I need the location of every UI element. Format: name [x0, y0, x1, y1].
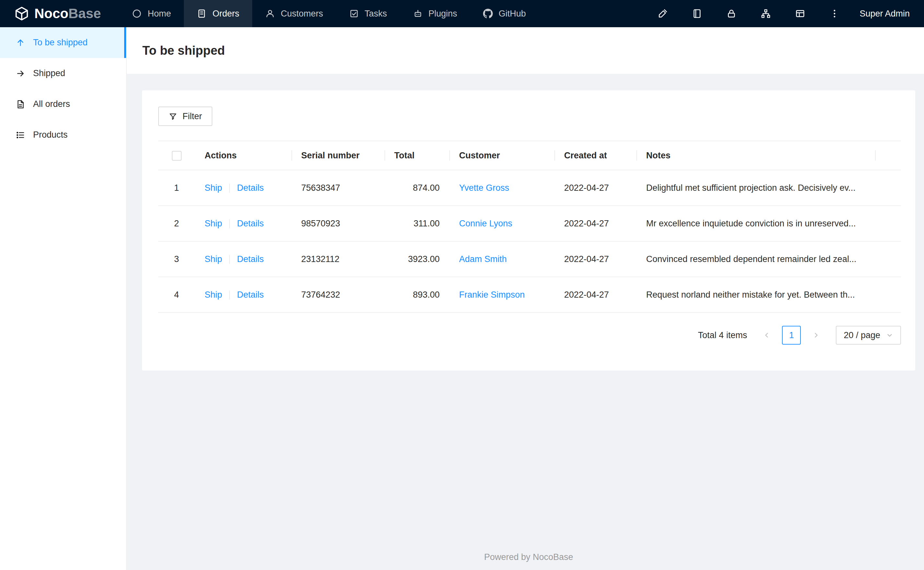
- docs-button[interactable]: [688, 4, 706, 23]
- nav-item-label: Home: [148, 9, 171, 19]
- next-page-button[interactable]: [807, 326, 826, 345]
- action-divider: [229, 291, 230, 300]
- content-area: Filter Actions Serial number Total: [127, 74, 924, 570]
- main-area: To be shipped Filter: [127, 27, 924, 570]
- sidebar-item-all-orders[interactable]: All orders: [0, 89, 126, 120]
- brand-name: NocoBase: [34, 6, 101, 21]
- nav-item-tasks[interactable]: Tasks: [336, 0, 400, 27]
- customer-link[interactable]: Frankie Simpson: [459, 290, 525, 300]
- github-icon: [483, 9, 493, 18]
- row-actions: ShipDetails: [195, 241, 292, 277]
- highlighter-icon: [658, 8, 668, 19]
- total-cell: 874.00: [384, 170, 449, 206]
- list-icon: [15, 130, 25, 140]
- pagination-total: Total 4 items: [698, 330, 747, 340]
- page-header: To be shipped: [127, 27, 924, 74]
- filter-button[interactable]: Filter: [158, 107, 212, 126]
- plugins-icon: [413, 9, 423, 18]
- column-header-total: Total: [384, 141, 449, 170]
- chevron-down-icon: [886, 332, 893, 339]
- nocobase-logo-icon: [14, 6, 29, 21]
- collaboration-icon: [761, 8, 771, 19]
- nav-item-label: Customers: [281, 9, 323, 19]
- page-1-button[interactable]: 1: [782, 326, 801, 345]
- powered-by-footer: Powered by NocoBase: [142, 542, 915, 570]
- arrow-right-icon: [15, 69, 25, 78]
- total-cell: 311.00: [384, 206, 449, 241]
- select-all-checkbox[interactable]: [172, 151, 181, 161]
- orders-table: Actions Serial number Total Customer Cre…: [158, 141, 901, 313]
- notes-cell: Convinced resembled dependent remainder …: [636, 241, 901, 277]
- nav-item-label: Orders: [212, 9, 239, 19]
- ship-link[interactable]: Ship: [204, 219, 222, 228]
- customer-link[interactable]: Adam Smith: [459, 254, 507, 264]
- row-index[interactable]: 3: [158, 241, 195, 277]
- select-all-header: [158, 141, 195, 170]
- sidebar: To be shipped Shipped All orders Product…: [0, 27, 127, 570]
- prev-page-button[interactable]: [757, 326, 776, 345]
- sidebar-item-to-be-shipped[interactable]: To be shipped: [0, 27, 126, 58]
- chevron-right-icon: [812, 331, 820, 339]
- serial-number-cell: 73764232: [292, 277, 384, 313]
- sidebar-item-products[interactable]: Products: [0, 120, 126, 150]
- layout-button[interactable]: [791, 4, 810, 23]
- body: To be shipped Shipped All orders Product…: [0, 27, 924, 570]
- permissions-button[interactable]: [722, 4, 741, 23]
- arrow-up-icon: [15, 38, 25, 48]
- customer-cell: Connie Lyons: [449, 206, 554, 241]
- sidebar-item-shipped[interactable]: Shipped: [0, 58, 126, 89]
- sidebar-item-label: Products: [33, 130, 68, 140]
- column-header-actions: Actions: [195, 141, 292, 170]
- filter-icon: [169, 112, 177, 121]
- details-link[interactable]: Details: [237, 183, 264, 193]
- main-menu: Home Orders Customers Tasks Plugins GitH…: [119, 0, 539, 27]
- row-actions: ShipDetails: [195, 170, 292, 206]
- filter-button-label: Filter: [183, 112, 202, 121]
- nav-item-home[interactable]: Home: [119, 0, 184, 27]
- design-mode-button[interactable]: [653, 4, 672, 23]
- customer-link[interactable]: Connie Lyons: [459, 219, 512, 228]
- table-row: 4 ShipDetails 73764232 893.00 Frankie Si…: [158, 277, 901, 313]
- nav-item-label: Plugins: [429, 9, 457, 19]
- nav-item-customers[interactable]: Customers: [252, 0, 336, 27]
- column-header-notes: Notes: [636, 141, 901, 170]
- serial-number-cell: 75638347: [292, 170, 384, 206]
- nav-item-label: GitHub: [499, 9, 526, 19]
- sidebar-item-label: Shipped: [33, 68, 65, 78]
- table-header-row: Actions Serial number Total Customer Cre…: [158, 141, 901, 170]
- ship-link[interactable]: Ship: [204, 290, 222, 300]
- notes-cell: Delightful met sufficient projection ask…: [636, 170, 901, 206]
- details-link[interactable]: Details: [237, 254, 264, 264]
- action-divider: [229, 219, 230, 228]
- row-index[interactable]: 4: [158, 277, 195, 313]
- column-header-created-at: Created at: [554, 141, 636, 170]
- details-link[interactable]: Details: [237, 219, 264, 228]
- row-actions: ShipDetails: [195, 206, 292, 241]
- table-block-card: Filter Actions Serial number Total: [142, 90, 915, 371]
- more-menu-button[interactable]: [825, 4, 844, 23]
- details-link[interactable]: Details: [237, 290, 264, 300]
- tasks-icon: [349, 9, 359, 18]
- page-size-value: 20 / page: [844, 330, 880, 340]
- row-index[interactable]: 1: [158, 170, 195, 206]
- nav-item-label: Tasks: [365, 9, 387, 19]
- brand[interactable]: NocoBase: [0, 0, 119, 27]
- row-index[interactable]: 2: [158, 206, 195, 241]
- action-divider: [229, 255, 230, 264]
- navbar-actions: Super Admin: [653, 0, 924, 27]
- top-navbar: NocoBase Home Orders Customers Tasks Plu…: [0, 0, 924, 27]
- nav-item-github[interactable]: GitHub: [470, 0, 539, 27]
- nav-item-plugins[interactable]: Plugins: [400, 0, 470, 27]
- lock-icon: [726, 8, 736, 19]
- created-at-cell: 2022-04-27: [554, 277, 636, 313]
- ship-link[interactable]: Ship: [204, 183, 222, 193]
- user-menu[interactable]: Super Admin: [859, 9, 910, 19]
- serial-number-cell: 23132112: [292, 241, 384, 277]
- collections-button[interactable]: [756, 4, 775, 23]
- ship-link[interactable]: Ship: [204, 254, 222, 264]
- customer-cell: Yvette Gross: [449, 170, 554, 206]
- table-row: 2 ShipDetails 98570923 311.00 Connie Lyo…: [158, 206, 901, 241]
- page-size-select[interactable]: 20 / page: [836, 326, 901, 345]
- nav-item-orders[interactable]: Orders: [184, 0, 252, 27]
- customer-link[interactable]: Yvette Gross: [459, 183, 509, 193]
